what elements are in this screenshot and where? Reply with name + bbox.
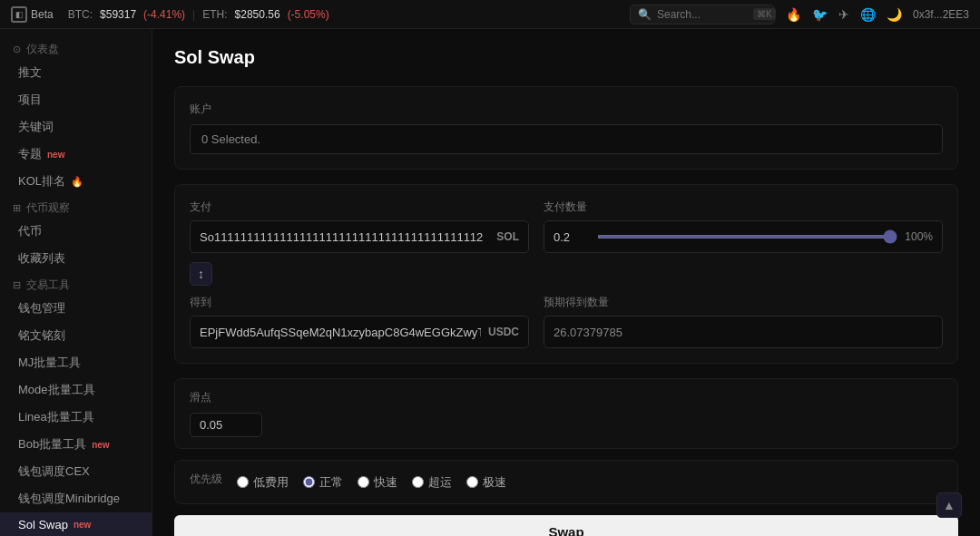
- receive-address-input[interactable]: [200, 326, 481, 339]
- pay-address-input-wrap: SOL: [190, 220, 529, 253]
- sidebar-item-project-label: 项目: [18, 92, 42, 108]
- priority-card: 优先级 低费用 正常 快速 超运 极速: [174, 460, 958, 504]
- pay-amount-col: 支付数量 100%: [544, 200, 943, 253]
- priority-radio-low[interactable]: [237, 476, 249, 488]
- pay-amount-slider[interactable]: [597, 235, 897, 239]
- dashboard-icon: ⊙: [13, 44, 21, 55]
- priority-radio-ultra[interactable]: [466, 476, 478, 488]
- receive-address-input-wrap: USDC: [190, 316, 529, 348]
- search-box[interactable]: 🔍 ⌘K: [630, 5, 775, 24]
- priority-option-low[interactable]: 低费用: [237, 474, 289, 491]
- scroll-top-button[interactable]: ▲: [936, 492, 962, 518]
- sidebar-item-kol[interactable]: KOL排名 🔥: [0, 168, 152, 195]
- sidebar-item-coin[interactable]: 代币: [0, 218, 152, 245]
- theme-icon[interactable]: 🌙: [887, 7, 902, 22]
- account-select-button[interactable]: 0 Selected.: [190, 124, 943, 154]
- kol-fire-icon: 🔥: [71, 176, 83, 188]
- sidebar-item-linea-batch[interactable]: Linea批量工具: [0, 404, 152, 431]
- priority-option-turbo[interactable]: 超运: [412, 474, 452, 491]
- sidebar-item-mj-batch[interactable]: MJ批量工具: [0, 349, 152, 376]
- sidebar-item-project[interactable]: 项目: [0, 86, 152, 113]
- search-kbd: ⌘K: [753, 8, 776, 20]
- sidebar-section-coin-label: 代币观察: [26, 200, 70, 216]
- priority-radio-fast[interactable]: [358, 476, 369, 488]
- sidebar-item-mode-batch[interactable]: Mode批量工具: [0, 376, 152, 404]
- priority-option-normal[interactable]: 正常: [303, 474, 343, 491]
- pay-amount-input[interactable]: [554, 230, 590, 244]
- sidebar-item-sol-swap-label: Sol Swap: [18, 518, 68, 531]
- account-label: 账户: [190, 102, 943, 117]
- receive-expected-label: 预期得到数量: [544, 295, 943, 310]
- sidebar-item-inscription-label: 铭文铭刻: [18, 327, 65, 344]
- price-ticker: BTC: $59317 (-4.41%) | ETH: $2850.56 (-5…: [68, 8, 329, 21]
- sidebar-item-sol-swap[interactable]: Sol Swap new: [0, 512, 152, 536]
- sidebar-item-tweet-label: 推文: [18, 64, 42, 81]
- pay-amount-input-wrap: 100%: [544, 220, 943, 253]
- slippage-input[interactable]: [200, 418, 254, 432]
- coin-section-icon: ⊞: [13, 202, 21, 214]
- sidebar-item-mode-batch-label: Mode批量工具: [18, 382, 95, 398]
- priority-radio-normal[interactable]: [303, 476, 315, 488]
- receive-row: 得到 USDC 预期得到数量 26.07379785: [190, 295, 943, 348]
- sidebar-item-topic-label: 专题: [18, 146, 42, 162]
- receive-token-label: USDC: [488, 326, 519, 338]
- sidebar-item-watchlist[interactable]: 收藏列表: [0, 245, 152, 272]
- swap-button[interactable]: Swap: [174, 515, 958, 536]
- priority-option-fast[interactable]: 快速: [358, 474, 397, 491]
- priority-options: 优先级 低费用 正常 快速 超运 极速: [190, 472, 943, 492]
- swap-arrow-row: ↕: [190, 262, 943, 286]
- priority-radio-turbo[interactable]: [412, 476, 424, 488]
- receive-label: 得到: [190, 295, 529, 310]
- globe-icon[interactable]: 🌐: [860, 7, 876, 22]
- logo-icon: ◧: [11, 6, 27, 23]
- twitter-icon[interactable]: 🐦: [812, 7, 828, 22]
- wallet-address: 0x3f...2EE3: [913, 8, 969, 21]
- swap-direction-button[interactable]: ↕: [190, 262, 212, 286]
- sidebar-item-coin-label: 代币: [18, 223, 42, 239]
- sidebar-item-wallet-mgmt-label: 钱包管理: [18, 300, 65, 317]
- account-card: 账户 0 Selected.: [174, 86, 958, 170]
- sidebar-section-dashboard-label: 仪表盘: [26, 42, 59, 57]
- pay-amount-label: 支付数量: [544, 200, 943, 215]
- pay-label: 支付: [190, 200, 529, 215]
- sidebar-item-wallet-mgmt[interactable]: 钱包管理: [0, 295, 152, 322]
- receive-col: 得到 USDC: [190, 295, 529, 348]
- logo-text: Beta: [31, 8, 54, 21]
- sidebar-item-bob-batch[interactable]: Bob批量工具 new: [0, 431, 152, 458]
- btc-label: BTC:: [68, 8, 93, 21]
- priority-label: 优先级: [190, 472, 222, 487]
- search-input[interactable]: [657, 8, 748, 21]
- sidebar-item-inscription[interactable]: 铭文铭刻: [0, 322, 152, 349]
- sidebar-section-coin: ⊞ 代币观察: [0, 195, 152, 218]
- page-title: Sol Swap: [174, 47, 958, 68]
- sidebar-section-trade: ⊟ 交易工具: [0, 272, 152, 295]
- sidebar-item-tweet[interactable]: 推文: [0, 59, 152, 86]
- slippage-input-wrap: [190, 413, 262, 437]
- topbar-right: 🔍 ⌘K 🔥 🐦 ✈ 🌐 🌙 0x3f...2EE3: [630, 5, 969, 24]
- pay-address-input[interactable]: [200, 230, 489, 244]
- sidebar-item-keyword[interactable]: 关键词: [0, 113, 152, 141]
- slippage-card: 滑点: [174, 378, 958, 449]
- pay-col: 支付 SOL: [190, 200, 529, 253]
- swap-form-card: 支付 SOL 支付数量 100% ↕: [174, 184, 958, 364]
- sidebar-item-topic[interactable]: 专题 new: [0, 141, 152, 168]
- sidebar: ⊙ 仪表盘 推文 项目 关键词 专题 new KOL排名 🔥 ⊞ 代币观察 代币…: [0, 29, 152, 536]
- telegram-icon[interactable]: ✈: [838, 7, 849, 22]
- pay-pct-label: 100%: [905, 230, 933, 243]
- pay-row: 支付 SOL 支付数量 100%: [190, 200, 943, 253]
- receive-expected-col: 预期得到数量 26.07379785: [544, 295, 943, 348]
- sidebar-item-cex[interactable]: 钱包调度CEX: [0, 458, 152, 485]
- receive-expected-value: 26.07379785: [544, 316, 943, 348]
- priority-option-ultra[interactable]: 极速: [466, 474, 506, 491]
- pay-token-label: SOL: [496, 230, 519, 243]
- btc-price: $59317: [100, 8, 136, 21]
- main-content: Sol Swap 账户 0 Selected. 支付 SOL 支付数量: [152, 29, 980, 536]
- sidebar-item-linea-batch-label: Linea批量工具: [18, 409, 94, 425]
- sidebar-item-watchlist-label: 收藏列表: [18, 250, 65, 267]
- bob-new-badge: new: [92, 440, 109, 450]
- fire-icon[interactable]: 🔥: [786, 7, 801, 22]
- logo[interactable]: ◧ Beta: [11, 6, 54, 23]
- sol-new-badge: new: [74, 520, 91, 530]
- layout: ⊙ 仪表盘 推文 项目 关键词 专题 new KOL排名 🔥 ⊞ 代币观察 代币…: [0, 29, 980, 536]
- sidebar-item-minibridge[interactable]: 钱包调度Minibridge: [0, 485, 152, 512]
